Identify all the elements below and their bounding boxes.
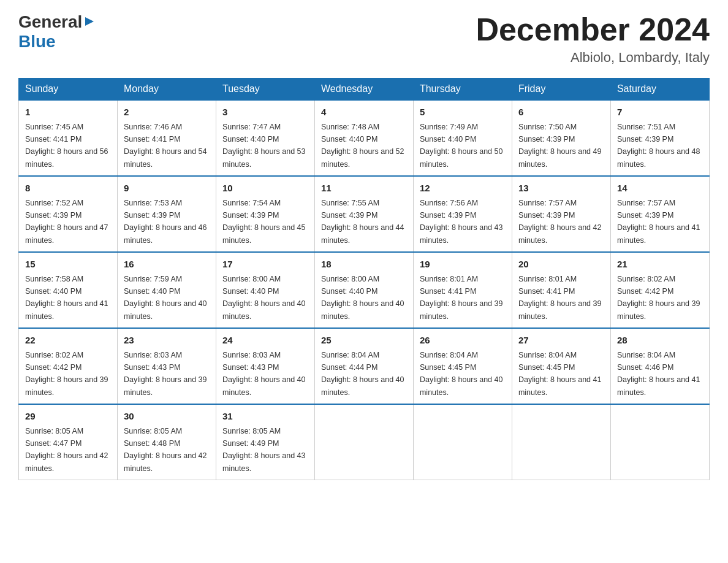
title-area: December 2024 Albiolo, Lombardy, Italy bbox=[476, 12, 710, 66]
day-number: 2 bbox=[124, 105, 210, 120]
calendar-cell: 22Sunrise: 8:02 AMSunset: 4:42 PMDayligh… bbox=[19, 328, 118, 404]
day-info: Sunrise: 8:04 AMSunset: 4:45 PMDaylight:… bbox=[518, 351, 602, 397]
col-friday: Friday bbox=[512, 79, 610, 101]
calendar-cell: 11Sunrise: 7:55 AMSunset: 4:39 PMDayligh… bbox=[314, 176, 413, 252]
calendar-cell: 9Sunrise: 7:53 AMSunset: 4:39 PMDaylight… bbox=[117, 176, 216, 252]
day-number: 7 bbox=[617, 105, 703, 120]
calendar-cell: 27Sunrise: 8:04 AMSunset: 4:45 PMDayligh… bbox=[512, 328, 610, 404]
day-number: 4 bbox=[321, 105, 407, 120]
day-number: 15 bbox=[25, 258, 111, 272]
day-info: Sunrise: 7:51 AMSunset: 4:39 PMDaylight:… bbox=[617, 123, 700, 169]
logo-blue-text: Blue bbox=[18, 32, 56, 52]
calendar-cell: 23Sunrise: 8:03 AMSunset: 4:43 PMDayligh… bbox=[117, 328, 216, 404]
day-number: 30 bbox=[124, 410, 210, 424]
calendar-title: December 2024 bbox=[476, 12, 710, 47]
day-info: Sunrise: 8:00 AMSunset: 4:40 PMDaylight:… bbox=[222, 275, 306, 321]
calendar-cell: 19Sunrise: 8:01 AMSunset: 4:41 PMDayligh… bbox=[413, 252, 512, 328]
day-number: 23 bbox=[124, 334, 210, 348]
day-number: 10 bbox=[222, 182, 308, 196]
calendar-cell: 6Sunrise: 7:50 AMSunset: 4:39 PMDaylight… bbox=[512, 100, 610, 176]
day-info: Sunrise: 8:02 AMSunset: 4:42 PMDaylight:… bbox=[25, 351, 108, 397]
day-number: 11 bbox=[321, 182, 407, 196]
calendar-cell: 1Sunrise: 7:45 AMSunset: 4:41 PMDaylight… bbox=[19, 100, 118, 176]
day-number: 31 bbox=[222, 410, 308, 424]
calendar-cell bbox=[413, 404, 512, 480]
day-info: Sunrise: 7:58 AMSunset: 4:40 PMDaylight:… bbox=[25, 275, 108, 321]
week-row-3: 15Sunrise: 7:58 AMSunset: 4:40 PMDayligh… bbox=[19, 252, 710, 328]
calendar-cell: 13Sunrise: 7:57 AMSunset: 4:39 PMDayligh… bbox=[512, 176, 610, 252]
day-number: 8 bbox=[25, 182, 111, 196]
day-info: Sunrise: 8:04 AMSunset: 4:46 PMDaylight:… bbox=[617, 351, 700, 397]
calendar-cell: 29Sunrise: 8:05 AMSunset: 4:47 PMDayligh… bbox=[19, 404, 118, 480]
day-info: Sunrise: 7:57 AMSunset: 4:39 PMDaylight:… bbox=[617, 199, 700, 245]
day-number: 26 bbox=[420, 334, 506, 348]
day-number: 14 bbox=[617, 182, 703, 196]
day-number: 3 bbox=[222, 105, 308, 120]
day-number: 13 bbox=[518, 182, 604, 196]
calendar-cell: 2Sunrise: 7:46 AMSunset: 4:41 PMDaylight… bbox=[117, 100, 216, 176]
week-row-2: 8Sunrise: 7:52 AMSunset: 4:39 PMDaylight… bbox=[19, 176, 710, 252]
week-row-4: 22Sunrise: 8:02 AMSunset: 4:42 PMDayligh… bbox=[19, 328, 710, 404]
calendar-cell: 10Sunrise: 7:54 AMSunset: 4:39 PMDayligh… bbox=[216, 176, 314, 252]
day-number: 9 bbox=[124, 182, 210, 196]
calendar-table: Sunday Monday Tuesday Wednesday Thursday… bbox=[18, 78, 710, 480]
day-info: Sunrise: 7:59 AMSunset: 4:40 PMDaylight:… bbox=[124, 275, 207, 321]
calendar-cell: 21Sunrise: 8:02 AMSunset: 4:42 PMDayligh… bbox=[610, 252, 709, 328]
calendar-cell: 5Sunrise: 7:49 AMSunset: 4:40 PMDaylight… bbox=[413, 100, 512, 176]
day-info: Sunrise: 7:49 AMSunset: 4:40 PMDaylight:… bbox=[420, 123, 503, 169]
day-number: 20 bbox=[518, 258, 604, 272]
header: General Blue December 2024 Albiolo, Lomb… bbox=[18, 12, 710, 66]
col-sunday: Sunday bbox=[19, 79, 118, 101]
calendar-cell: 17Sunrise: 8:00 AMSunset: 4:40 PMDayligh… bbox=[216, 252, 314, 328]
day-info: Sunrise: 8:01 AMSunset: 4:41 PMDaylight:… bbox=[518, 275, 602, 321]
logo: General Blue bbox=[18, 12, 95, 52]
day-number: 12 bbox=[420, 182, 506, 196]
day-info: Sunrise: 8:01 AMSunset: 4:41 PMDaylight:… bbox=[420, 275, 503, 321]
calendar-cell: 25Sunrise: 8:04 AMSunset: 4:44 PMDayligh… bbox=[314, 328, 413, 404]
day-info: Sunrise: 8:05 AMSunset: 4:49 PMDaylight:… bbox=[222, 427, 306, 473]
day-number: 16 bbox=[124, 258, 210, 272]
calendar-cell: 31Sunrise: 8:05 AMSunset: 4:49 PMDayligh… bbox=[216, 404, 314, 480]
day-number: 27 bbox=[518, 334, 604, 348]
calendar-cell: 24Sunrise: 8:03 AMSunset: 4:43 PMDayligh… bbox=[216, 328, 314, 404]
day-info: Sunrise: 8:05 AMSunset: 4:47 PMDaylight:… bbox=[25, 427, 108, 473]
day-info: Sunrise: 8:03 AMSunset: 4:43 PMDaylight:… bbox=[222, 351, 306, 397]
day-info: Sunrise: 7:57 AMSunset: 4:39 PMDaylight:… bbox=[518, 199, 602, 245]
calendar-cell: 7Sunrise: 7:51 AMSunset: 4:39 PMDaylight… bbox=[610, 100, 709, 176]
day-info: Sunrise: 7:53 AMSunset: 4:39 PMDaylight:… bbox=[124, 199, 207, 245]
day-number: 17 bbox=[222, 258, 308, 272]
day-info: Sunrise: 8:00 AMSunset: 4:40 PMDaylight:… bbox=[321, 275, 404, 321]
calendar-cell: 28Sunrise: 8:04 AMSunset: 4:46 PMDayligh… bbox=[610, 328, 709, 404]
day-number: 25 bbox=[321, 334, 407, 348]
day-info: Sunrise: 8:04 AMSunset: 4:45 PMDaylight:… bbox=[420, 351, 503, 397]
day-number: 1 bbox=[25, 105, 111, 120]
day-info: Sunrise: 8:03 AMSunset: 4:43 PMDaylight:… bbox=[124, 351, 207, 397]
day-info: Sunrise: 8:04 AMSunset: 4:44 PMDaylight:… bbox=[321, 351, 404, 397]
col-monday: Monday bbox=[117, 79, 216, 101]
day-info: Sunrise: 7:48 AMSunset: 4:40 PMDaylight:… bbox=[321, 123, 404, 169]
day-number: 19 bbox=[420, 258, 506, 272]
col-saturday: Saturday bbox=[610, 79, 709, 101]
day-info: Sunrise: 8:05 AMSunset: 4:48 PMDaylight:… bbox=[124, 427, 207, 473]
calendar-cell: 26Sunrise: 8:04 AMSunset: 4:45 PMDayligh… bbox=[413, 328, 512, 404]
day-info: Sunrise: 7:52 AMSunset: 4:39 PMDaylight:… bbox=[25, 199, 108, 245]
week-row-1: 1Sunrise: 7:45 AMSunset: 4:41 PMDaylight… bbox=[19, 100, 710, 176]
calendar-subtitle: Albiolo, Lombardy, Italy bbox=[476, 50, 710, 66]
col-wednesday: Wednesday bbox=[314, 79, 413, 101]
calendar-cell: 20Sunrise: 8:01 AMSunset: 4:41 PMDayligh… bbox=[512, 252, 610, 328]
day-number: 24 bbox=[222, 334, 308, 348]
day-number: 6 bbox=[518, 105, 604, 120]
day-number: 28 bbox=[617, 334, 703, 348]
calendar-cell: 12Sunrise: 7:56 AMSunset: 4:39 PMDayligh… bbox=[413, 176, 512, 252]
day-number: 5 bbox=[420, 105, 506, 120]
day-info: Sunrise: 7:50 AMSunset: 4:39 PMDaylight:… bbox=[518, 123, 602, 169]
calendar-cell bbox=[314, 404, 413, 480]
day-number: 18 bbox=[321, 258, 407, 272]
day-info: Sunrise: 7:56 AMSunset: 4:39 PMDaylight:… bbox=[420, 199, 503, 245]
calendar-cell: 18Sunrise: 8:00 AMSunset: 4:40 PMDayligh… bbox=[314, 252, 413, 328]
logo-general-text: General bbox=[18, 12, 82, 32]
calendar-cell: 14Sunrise: 7:57 AMSunset: 4:39 PMDayligh… bbox=[610, 176, 709, 252]
day-number: 29 bbox=[25, 410, 111, 424]
week-row-5: 29Sunrise: 8:05 AMSunset: 4:47 PMDayligh… bbox=[19, 404, 710, 480]
calendar-cell: 30Sunrise: 8:05 AMSunset: 4:48 PMDayligh… bbox=[117, 404, 216, 480]
